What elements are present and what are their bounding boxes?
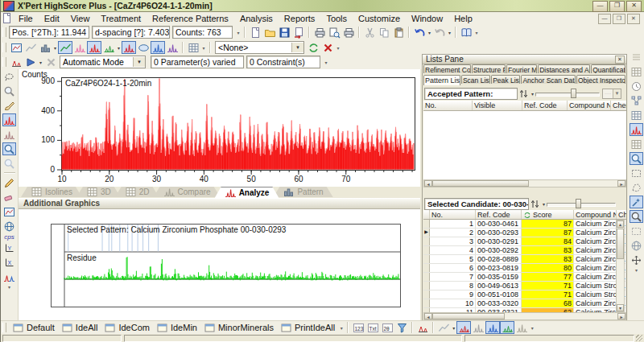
resize-grip[interactable]	[636, 335, 642, 341]
clock-icon[interactable]	[630, 80, 643, 93]
counts-field[interactable]: Counts: 763	[172, 26, 233, 39]
column-header-score[interactable]: Score	[522, 210, 574, 219]
table-row[interactable]: 400-030-029283Calcium Zirconium...C.	[423, 246, 626, 255]
table-row[interactable]: 1000-033-032068Calcium Zirconium...C.	[423, 299, 626, 308]
run-refinement-icon[interactable]	[23, 56, 38, 68]
cut-icon[interactable]	[362, 26, 377, 39]
column-header-compound[interactable]: Compound Name	[574, 210, 617, 219]
export-icon[interactable]	[291, 26, 306, 39]
smoothed-line-icon[interactable]	[58, 41, 72, 54]
table-row[interactable]: 100-030-046187Calcium Zirconium...C.	[423, 220, 626, 229]
toolbar-handle-icon[interactable]	[630, 51, 643, 64]
x-axis-scale-icon[interactable]: X	[2, 256, 16, 269]
menu-file[interactable]: File	[13, 14, 39, 23]
zoom-in-icon[interactable]	[630, 152, 643, 165]
simulation-chart-icon[interactable]	[9, 56, 23, 68]
dspacing-field[interactable]: d-spacing [?]: 7.4035	[92, 26, 170, 39]
close-button[interactable]: ✕	[626, 1, 642, 12]
display-mode-combo[interactable]: <None> ▼	[215, 41, 304, 54]
print-preview-icon[interactable]	[327, 26, 341, 39]
tab-isolines[interactable]: Isolines	[21, 187, 82, 197]
pencil-icon[interactable]	[2, 176, 16, 189]
eraser-icon[interactable]	[2, 191, 16, 204]
annotate-icon[interactable]	[2, 99, 16, 112]
open-file-icon[interactable]	[262, 26, 277, 39]
print-setup-icon[interactable]	[341, 26, 356, 39]
toolbar-grip[interactable]	[2, 323, 6, 332]
chevron-down-icon[interactable]: ▼	[133, 57, 145, 67]
pattern-grid-icon[interactable]	[186, 41, 200, 54]
peak-match-icon[interactable]	[485, 321, 500, 334]
sort-view-icon[interactable]: 2θ	[380, 321, 394, 334]
lasso-select-icon[interactable]	[2, 70, 16, 83]
pattern-table-hscrollbar[interactable]: ◂ ▸	[423, 179, 626, 187]
toolbar-grip[interactable]	[2, 27, 6, 37]
table-row[interactable]: 300-030-029184Calcium Zirconium...C.	[423, 237, 626, 246]
tab-pattern[interactable]: Pattern	[273, 187, 332, 197]
toolbar-overflow-icon[interactable]: ▾	[634, 267, 640, 273]
scroll-left-icon[interactable]: ◂	[424, 313, 432, 319]
delete-pattern-icon[interactable]	[320, 41, 335, 54]
scroll-down-icon[interactable]: ▾	[617, 304, 624, 311]
zoom-region-icon[interactable]	[630, 210, 643, 223]
table-row[interactable]: 800-049-061371Calcium Strontium ...C.	[423, 282, 626, 290]
position-field[interactable]: Pos. [°2Th.]: 11.944	[9, 26, 89, 39]
tab-structure-plot[interactable]: Structure Plot	[472, 64, 506, 73]
tab-anchor-scan-data[interactable]: Anchor Scan Data	[521, 75, 576, 84]
scroll-up-icon[interactable]: ▴	[617, 220, 624, 228]
peaks-blue-icon[interactable]	[151, 41, 165, 54]
tab-2d[interactable]: 2D	[115, 187, 159, 197]
table-grid-icon[interactable]	[630, 138, 643, 150]
toolbar-overflow-icon[interactable]: ▾	[473, 30, 480, 35]
table-row[interactable]: 900-051-010871Calcium Strontium ...C.	[423, 290, 626, 299]
pan-move-icon[interactable]	[630, 253, 643, 266]
redo-icon[interactable]	[432, 26, 447, 39]
tab-quantification[interactable]: Quantification	[591, 64, 625, 73]
candidate-rows[interactable]: 100-030-046187Calcium Zirconium...C.▶200…	[423, 220, 626, 312]
scroll-right-icon[interactable]: ▸	[617, 313, 625, 319]
mdi-restore-button[interactable]: ❐	[613, 14, 625, 24]
scroll-left-icon[interactable]: ◂	[424, 180, 432, 187]
redo-dropdown-icon[interactable]: ▾	[447, 30, 452, 35]
print-icon[interactable]	[312, 26, 327, 39]
copy-icon[interactable]	[377, 26, 391, 39]
structure-nodes-icon[interactable]	[630, 94, 643, 107]
pattern-slider[interactable]	[535, 88, 600, 99]
peak-small-icon[interactable]	[2, 128, 16, 141]
peak-pair-icon[interactable]	[471, 321, 485, 334]
peaks-dropdown-icon[interactable]: ▾	[116, 45, 122, 51]
menu-window[interactable]: Window	[406, 14, 448, 23]
scroll-thumb[interactable]	[432, 180, 529, 187]
column-header-chem[interactable]: Chemical Formula	[617, 210, 626, 219]
chart-gray-icon[interactable]	[514, 321, 529, 334]
additional-graphics-header[interactable]: Additional Graphics	[19, 198, 420, 209]
line-plot-icon[interactable]	[23, 41, 38, 54]
menu-treatment[interactable]: Treatment	[95, 14, 147, 23]
polygon-select-icon[interactable]	[630, 181, 643, 194]
stop-refinement-icon[interactable]	[43, 56, 58, 68]
zoom-light-icon[interactable]	[2, 157, 16, 170]
paste-icon[interactable]	[391, 26, 406, 39]
tab-object-inspector[interactable]: Object Inspector	[576, 75, 625, 84]
sort-icon[interactable]	[518, 88, 530, 99]
toolbar-overflow-icon[interactable]: ▾	[529, 325, 535, 331]
preset-minorminerals-button[interactable]: MinorMinerals	[200, 322, 277, 334]
accepted-peaks-icon[interactable]	[122, 41, 136, 54]
rect-select-icon[interactable]	[630, 167, 643, 179]
mdi-minimize-button[interactable]: —	[598, 14, 611, 24]
scroll-thumb[interactable]	[617, 229, 624, 259]
new-document-icon[interactable]	[248, 26, 262, 39]
scroll-right-icon[interactable]: ▸	[617, 180, 625, 187]
scan-chart-icon[interactable]	[415, 321, 430, 334]
peak-fit-icon[interactable]	[456, 321, 471, 334]
text-view-icon[interactable]: Txt	[365, 321, 380, 334]
refresh-icon[interactable]	[306, 41, 320, 54]
candidate-table-vscrollbar[interactable]: ▴ ▾	[616, 220, 625, 312]
column-header-refcode[interactable]: Ref. Code	[522, 101, 568, 110]
column-header-visible[interactable]: Visible	[473, 101, 522, 110]
chart-frame-icon[interactable]	[9, 41, 23, 54]
scroll-thumb[interactable]	[432, 313, 505, 319]
pattern-mini-combo[interactable]: ····▼	[602, 89, 621, 99]
candidate-slider[interactable]	[547, 198, 616, 209]
preset-idemin-button[interactable]: IdeMin	[153, 322, 200, 334]
